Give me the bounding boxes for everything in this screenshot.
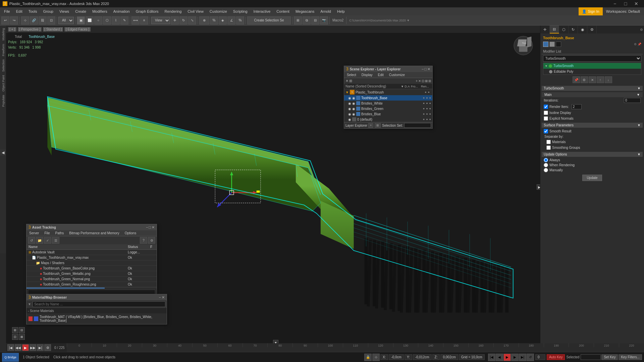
se-add-btn[interactable]: + [368, 123, 373, 128]
se-menu-customize[interactable]: Customize [386, 72, 408, 78]
at-row-vault[interactable]: ⊞Autodesk Vault Logge... [26, 250, 157, 255]
at-row-metallic[interactable]: ■Toothbrush_Green_Metallic.png Ok [26, 271, 157, 277]
snap-btn[interactable]: ◈ [219, 16, 227, 24]
menu-create[interactable]: Create [72, 7, 89, 15]
at-menu-file[interactable]: File [42, 230, 52, 236]
menu-megascans[interactable]: Megascans [293, 7, 317, 15]
status-y-value[interactable]: -0,012cm [413, 354, 432, 360]
se-minus-btn[interactable]: − [422, 67, 424, 71]
bind-button[interactable]: ⊡ [47, 16, 55, 24]
mb-search-input[interactable] [33, 301, 165, 307]
status-key-filters-btn[interactable]: Key Filters... [619, 354, 642, 360]
rp-tab-motion[interactable]: ↻ [569, 25, 578, 34]
mp-manually-radio[interactable]: Manually [544, 168, 641, 173]
mp-move-down-btn[interactable]: ↓ [605, 76, 612, 83]
menu-interactive[interactable]: Interactive [251, 7, 273, 15]
close-button[interactable]: ✕ [631, 0, 641, 7]
auto-key-btn[interactable]: Auto Key [547, 354, 565, 360]
at-row-roughness[interactable]: ■Toothbrush_Green_Roughness.png Ok [26, 282, 157, 287]
percent2-btn[interactable]: % [236, 16, 244, 24]
timeline-track[interactable]: 0 10 20 30 40 50 60 70 80 90 100 110 120… [67, 343, 644, 352]
at-max-btn[interactable]: □ [149, 225, 151, 230]
se-selection-set-input[interactable] [404, 123, 431, 128]
menu-arnold[interactable]: Arnold [318, 7, 334, 15]
menu-help[interactable]: Help [334, 7, 347, 15]
status-x-value[interactable]: -0,0cm [389, 354, 404, 360]
at-row-normal[interactable]: ■Toothbrush_Green_Normal.png Ok [26, 277, 157, 282]
status-search-input[interactable] [581, 354, 601, 360]
se-menu-display[interactable]: Display [359, 72, 375, 78]
maximize-button[interactable]: □ [621, 0, 631, 7]
vp-nav-arrow-btn[interactable]: ▶ [537, 184, 540, 190]
status-play-btn[interactable]: ▶ [503, 354, 511, 361]
modeling-tab[interactable]: Modeling [1, 27, 5, 42]
mp-editpoly-item[interactable]: Editable Poly [543, 69, 641, 74]
menu-rendering[interactable]: Rendering [162, 7, 184, 15]
mb-min-btn[interactable]: − [159, 295, 161, 300]
mp-always-radio[interactable]: Always [544, 158, 641, 163]
at-check-btn[interactable]: ✓ [44, 237, 51, 244]
status-z-value[interactable]: 0,002cm [440, 354, 458, 360]
mb-close-btn[interactable]: ✕ [162, 295, 165, 300]
layers-btn[interactable]: ⧉ [303, 16, 311, 24]
at-row-file[interactable]: 📄Plastic_Toothbrush_max_vray.max Ok [26, 255, 157, 260]
vp-nav-down-btn[interactable]: ▼ [273, 340, 278, 343]
unlink-button[interactable]: ⛓ [39, 16, 47, 24]
angle-btn[interactable]: ∠ [227, 16, 235, 24]
menu-civil-view[interactable]: Civil View [185, 7, 206, 15]
menu-graph-editors[interactable]: Graph Editors [133, 7, 161, 15]
se-close-btn[interactable]: ✕ [427, 67, 430, 71]
se-item-white[interactable]: ◉ ◉ Bristles_White ● ● ● [344, 101, 432, 106]
status-loop-btn[interactable]: ↺ [527, 354, 534, 361]
mp-render-iter-check[interactable] [544, 105, 548, 109]
status-end-btn[interactable]: ▶| [519, 354, 526, 361]
mp-pin-mod-btn[interactable]: 📌 [573, 76, 580, 83]
se-item-green[interactable]: ◉ ◉ Bristles_Green ● ● ● [344, 106, 432, 111]
select-rect-btn[interactable]: ⬜ [86, 16, 94, 24]
mp-isoline-check[interactable] [544, 111, 548, 115]
tl-end-btn[interactable]: ▶| [37, 344, 44, 351]
rotate-btn[interactable]: ↻ [179, 16, 187, 24]
vp-tag-std[interactable]: [ Standard ] [43, 27, 63, 32]
mp-mat-check[interactable] [546, 140, 551, 144]
object-paint-tab[interactable]: Object Paint [1, 74, 5, 93]
menu-customize[interactable]: Customize [207, 7, 230, 15]
at-list-btn[interactable]: ☰ [52, 237, 59, 244]
menu-tools[interactable]: Tools [26, 7, 40, 15]
link-button[interactable]: 🔗 [30, 16, 38, 24]
menu-modifiers[interactable]: Modifiers [90, 7, 110, 15]
vp-tag-edges[interactable]: [ Edged Faces ] [64, 27, 91, 32]
se-delete-btn[interactable]: ✕ [418, 79, 421, 83]
status-lock-btn[interactable]: 🔒 [364, 354, 372, 361]
se-menu-edit[interactable]: Edit [375, 72, 386, 78]
menu-edit[interactable]: Edit [13, 7, 25, 15]
minimize-button[interactable]: − [610, 0, 620, 7]
status-start-btn[interactable]: |◀ [488, 354, 495, 361]
mp-iter-input[interactable] [624, 98, 641, 103]
se-item-blue[interactable]: ◉ ◉ Bristles_Blue ● ● ● [344, 111, 432, 117]
create-sel-btn[interactable]: Create Selection Se [247, 16, 291, 24]
viewport[interactable]: [ + ] [ Perspective ] [ Standard ] [ Edg… [6, 25, 540, 343]
menu-content[interactable]: Content [274, 7, 292, 15]
status-prev-btn[interactable]: ◀ [496, 354, 503, 361]
mp-main-section[interactable]: Main ▼ [542, 92, 643, 97]
se-max-btn[interactable]: □ [424, 67, 427, 71]
select-circle-btn[interactable]: ○ [94, 16, 102, 24]
mp-delete-mod-btn[interactable]: ✕ [589, 76, 596, 83]
tl-options-btn[interactable]: ⚙ [44, 344, 51, 351]
selection-tab[interactable]: Selection [1, 58, 5, 73]
undo-button[interactable]: ↩ [1, 16, 9, 24]
se-item-plastic[interactable]: ▼ S Plastic_Toothbrush ● ● [344, 89, 432, 95]
menu-animation[interactable]: Animation [111, 7, 132, 15]
vp-small-btn-1[interactable]: ⊞ [12, 327, 18, 333]
populate-tab[interactable]: Populate [1, 94, 5, 108]
at-folder-btn[interactable]: 📁 [36, 237, 43, 244]
rp-tab-hierarchy[interactable]: ⬡ [559, 25, 569, 34]
percent-btn[interactable]: % [210, 16, 218, 24]
at-row-maps[interactable]: 📁Maps / Shaders [26, 260, 157, 266]
ribbon-btn[interactable]: ⊞ [294, 16, 302, 24]
scale-btn[interactable]: ⤡ [188, 16, 196, 24]
mp-turbosmooth-item[interactable]: ▼ TurboSmooth [543, 63, 641, 69]
at-menu-server[interactable]: Server [26, 230, 42, 236]
mp-sg-check[interactable] [546, 145, 551, 150]
